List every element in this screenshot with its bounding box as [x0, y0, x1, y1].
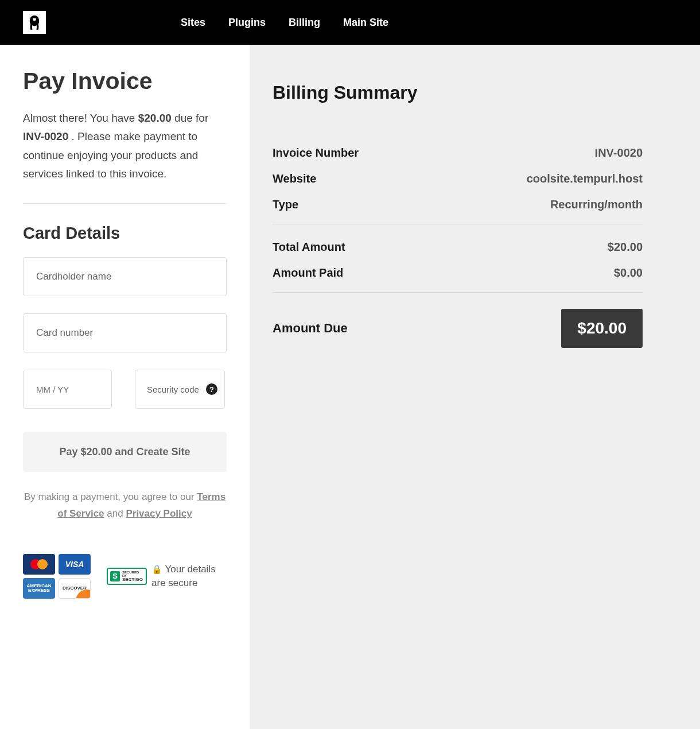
intro-text: Almost there! You have $20.00 due for IN… [23, 109, 227, 183]
card-logos: VISA AMERICANEXPRESS DISCOVER [23, 554, 91, 599]
amount-due-badge: $20.00 [561, 309, 643, 348]
nav-billing[interactable]: Billing [289, 17, 320, 29]
summary-divider-1 [273, 224, 643, 224]
secure-section: S SECURED BY SECTIGO 🔒 Your details are … [107, 563, 227, 590]
privacy-policy-link[interactable]: Privacy Policy [126, 508, 192, 519]
amex-logo: AMERICANEXPRESS [23, 578, 55, 599]
summary-label-total: Total Amount [273, 241, 345, 254]
summary-row-total: Total Amount $20.00 [273, 241, 643, 254]
nav-plugins[interactable]: Plugins [228, 17, 266, 29]
nav-sites[interactable]: Sites [181, 17, 205, 29]
header: Sites Plugins Billing Main Site [0, 0, 700, 45]
mastercard-logo [23, 554, 55, 575]
summary-value-type: Recurring/month [550, 198, 643, 211]
summary-title: Billing Summary [273, 82, 643, 103]
secure-text: 🔒 Your details are secure [151, 563, 227, 590]
summary-row-paid: Amount Paid $0.00 [273, 266, 643, 280]
gorilla-icon [25, 13, 44, 32]
lock-icon: 🔒 [151, 564, 162, 574]
summary-label-type: Type [273, 198, 298, 211]
payment-panel: Pay Invoice Almost there! You have $20.0… [0, 45, 250, 729]
intro-amount: $20.00 [138, 112, 172, 124]
summary-value-total: $20.00 [608, 241, 643, 254]
intro-pre: Almost there! You have [23, 112, 138, 124]
help-icon[interactable]: ? [206, 383, 217, 395]
pay-button[interactable]: Pay $20.00 and Create Site [23, 432, 227, 472]
card-details-title: Card Details [23, 224, 227, 243]
visa-logo: VISA [59, 554, 91, 575]
billing-summary-panel: Billing Summary Invoice Number INV-0020 … [250, 45, 700, 729]
page-title: Pay Invoice [23, 68, 227, 95]
security-code-input[interactable] [147, 385, 201, 394]
intro-invoice: INV-0020 [23, 130, 68, 142]
summary-row-website: Website coolsite.tempurl.host [273, 172, 643, 185]
agreement-mid: and [104, 508, 126, 519]
summary-value-paid: $0.00 [614, 266, 643, 280]
agreement-text: By making a payment, you agree to our Te… [23, 489, 227, 522]
sectigo-badge: S SECURED BY SECTIGO [107, 568, 147, 585]
amount-due-label: Amount Due [273, 321, 348, 336]
summary-divider-2 [273, 292, 643, 293]
trust-section: VISA AMERICANEXPRESS DISCOVER S SECURED … [23, 554, 227, 599]
summary-row-invoice: Invoice Number INV-0020 [273, 146, 643, 160]
brand-logo[interactable] [23, 11, 46, 34]
divider [23, 203, 227, 204]
summary-label-paid: Amount Paid [273, 266, 343, 280]
sectigo-label: SECTIGO [122, 577, 143, 582]
agreement-pre: By making a payment, you agree to our [24, 491, 197, 502]
amount-due-row: Amount Due $20.00 [273, 309, 643, 348]
summary-label-invoice: Invoice Number [273, 146, 359, 160]
card-number-input[interactable] [23, 313, 227, 352]
security-code-wrap: ? [135, 370, 225, 409]
nav-main-site[interactable]: Main Site [343, 17, 388, 29]
discover-logo: DISCOVER [59, 578, 91, 599]
main-nav: Sites Plugins Billing Main Site [181, 17, 388, 29]
expiry-input[interactable] [23, 370, 112, 409]
summary-label-website: Website [273, 172, 316, 185]
summary-value-invoice: INV-0020 [595, 146, 643, 160]
sectigo-icon: S [110, 571, 120, 581]
summary-value-website: coolsite.tempurl.host [527, 172, 643, 185]
summary-row-type: Type Recurring/month [273, 198, 643, 211]
cardholder-name-input[interactable] [23, 257, 227, 296]
intro-mid: due for [172, 112, 208, 124]
